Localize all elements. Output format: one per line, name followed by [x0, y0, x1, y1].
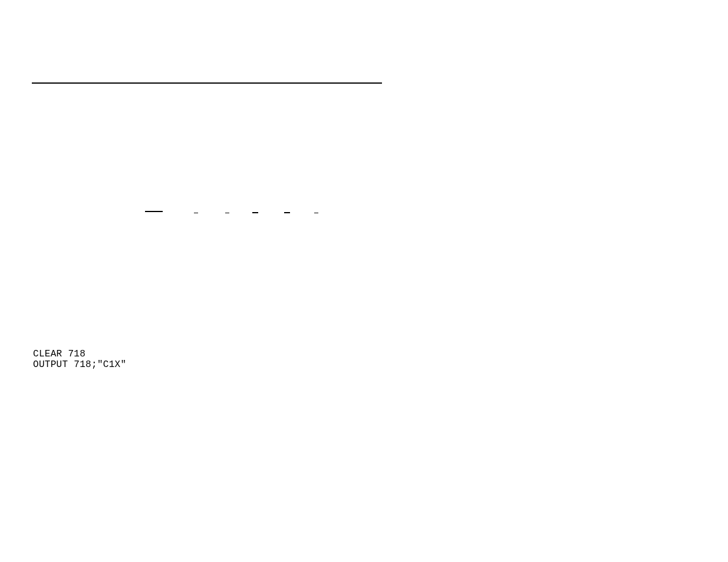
dash-segment: [194, 213, 198, 213]
page: CLEAR 718 OUTPUT 718;"C1X": [0, 0, 728, 562]
code-block: CLEAR 718 OUTPUT 718;"C1X": [33, 349, 126, 370]
dash-segment: [252, 212, 258, 213]
dash-segment: [145, 211, 163, 212]
dash-segment: [284, 212, 290, 213]
decorative-dashes: [0, 211, 728, 214]
code-line: OUTPUT 718;"C1X": [33, 359, 126, 370]
code-line: CLEAR 718: [33, 349, 85, 359]
dash-segment: [225, 213, 229, 213]
horizontal-rule: [32, 82, 382, 84]
dash-segment: [314, 213, 318, 213]
